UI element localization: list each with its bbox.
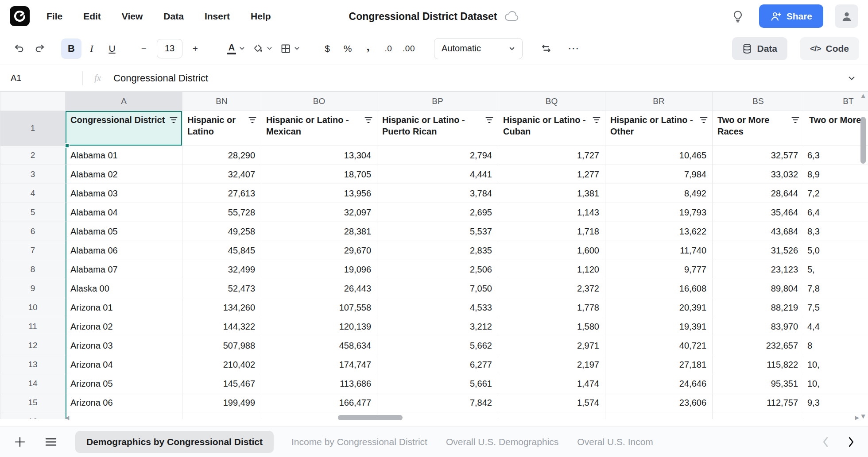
cell[interactable]: 2,971 [498, 336, 605, 355]
cell[interactable]: 20,391 [605, 298, 713, 317]
cell[interactable]: Alabama 01 [66, 146, 182, 165]
cell[interactable]: 1,277 [498, 165, 605, 184]
menu-insert[interactable]: Insert [205, 11, 230, 22]
cell[interactable]: 52,473 [182, 279, 261, 298]
all-sheets-menu-button[interactable] [41, 432, 61, 452]
cell[interactable]: 3,784 [377, 184, 498, 203]
cell[interactable]: Alabama 03 [66, 184, 182, 203]
filter-icon[interactable] [364, 116, 373, 123]
cell[interactable]: 35,464 [713, 203, 804, 222]
cell[interactable]: 27,613 [182, 184, 261, 203]
underline-button[interactable]: U [102, 38, 122, 59]
cell[interactable]: Arizona 01 [66, 298, 182, 317]
formula-input[interactable]: Congressional District [113, 73, 208, 84]
cell[interactable]: 23,123 [713, 260, 804, 279]
cell[interactable]: Two or More [804, 111, 868, 146]
cell[interactable]: 5, [804, 260, 868, 279]
cell[interactable]: Hispanic or Latino - Cuban [498, 111, 605, 146]
cell[interactable]: Arizona 03 [66, 336, 182, 355]
cell[interactable]: 2,506 [377, 260, 498, 279]
cell[interactable]: 28,290 [182, 146, 261, 165]
cell[interactable]: 6,4 [804, 203, 868, 222]
cell[interactable]: 1,474 [498, 374, 605, 393]
cell[interactable]: 32,407 [182, 165, 261, 184]
cell[interactable]: 10, [804, 374, 868, 393]
menu-file[interactable]: File [46, 11, 62, 22]
scroll-up-arrow[interactable]: ▲ [861, 93, 865, 98]
cell[interactable]: Alabama 07 [66, 260, 182, 279]
tabs-scroll-left-button[interactable] [822, 436, 829, 448]
name-box[interactable]: A1 [0, 73, 82, 83]
bold-button[interactable]: B [61, 38, 81, 59]
cell[interactable]: 6,277 [377, 355, 498, 374]
cell[interactable]: Arizona 05 [66, 374, 182, 393]
scroll-down-arrow[interactable]: ▼ [861, 414, 865, 419]
filter-icon[interactable] [592, 116, 601, 123]
cell[interactable]: 18,705 [261, 165, 377, 184]
cell[interactable]: 8,492 [605, 184, 713, 203]
menu-data[interactable]: Data [163, 11, 184, 22]
cell[interactable]: 1,574 [498, 393, 605, 412]
cell[interactable]: 5,661 [377, 374, 498, 393]
menu-help[interactable]: Help [251, 11, 271, 22]
expand-formula-bar-button[interactable] [848, 76, 856, 81]
cell[interactable]: 2,794 [377, 146, 498, 165]
horizontal-scroll-thumb[interactable] [338, 415, 403, 420]
cell[interactable]: 8 [804, 336, 868, 355]
cell[interactable]: 89,804 [713, 279, 804, 298]
undo-button[interactable] [9, 38, 29, 59]
cell[interactable]: 11,740 [605, 241, 713, 260]
cell[interactable]: 13,956 [261, 184, 377, 203]
cell[interactable]: 199,499 [182, 393, 261, 412]
cell[interactable]: 28,381 [261, 222, 377, 241]
decrease-font-size-button[interactable]: − [134, 38, 154, 59]
cell[interactable]: 5,0 [804, 241, 868, 260]
redo-button[interactable] [29, 38, 50, 59]
more-options-button[interactable]: ⋯ [563, 38, 584, 59]
italic-button[interactable]: I [81, 38, 102, 59]
vertical-scroll-track[interactable] [860, 101, 866, 411]
filter-icon[interactable] [248, 116, 257, 123]
cell[interactable]: Hispanic or Latino - Mexican [261, 111, 377, 146]
cell[interactable]: 32,577 [713, 146, 804, 165]
scroll-left-arrow[interactable]: ◀ [65, 415, 69, 420]
cell[interactable]: 7,984 [605, 165, 713, 184]
cell[interactable]: 7,8 [804, 279, 868, 298]
cell[interactable]: 19,793 [605, 203, 713, 222]
cell[interactable]: 10, [804, 355, 868, 374]
font-size-input[interactable]: 13 [157, 39, 182, 58]
cell[interactable]: Alabama 05 [66, 222, 182, 241]
cell[interactable]: 144,322 [182, 317, 261, 336]
row-header-15[interactable]: 15 [0, 393, 66, 412]
cell[interactable]: Arizona 06 [66, 393, 182, 412]
tabs-scroll-right-button[interactable] [848, 436, 855, 448]
cell[interactable]: 507,988 [182, 336, 261, 355]
filter-icon[interactable] [485, 116, 494, 123]
cell[interactable]: 1,120 [498, 260, 605, 279]
cell[interactable]: Alabama 02 [66, 165, 182, 184]
cell[interactable]: 24,646 [605, 374, 713, 393]
increase-font-size-button[interactable]: + [185, 38, 205, 59]
cell[interactable]: 2,835 [377, 241, 498, 260]
thousands-separator-button[interactable]: , [358, 38, 378, 59]
cell[interactable]: 1,718 [498, 222, 605, 241]
cell[interactable]: 13,622 [605, 222, 713, 241]
row-header-2[interactable]: 2 [0, 146, 66, 165]
tips-button[interactable] [728, 7, 748, 26]
menu-view[interactable]: View [122, 11, 143, 22]
cell[interactable]: 7,842 [377, 393, 498, 412]
cell[interactable]: 174,747 [261, 355, 377, 374]
row-header-4[interactable]: 4 [0, 184, 66, 203]
filter-icon[interactable] [791, 116, 800, 123]
share-button[interactable]: Share [759, 4, 823, 28]
cell[interactable]: 5,537 [377, 222, 498, 241]
cell[interactable]: 1,727 [498, 146, 605, 165]
cell[interactable]: 16,608 [605, 279, 713, 298]
row-header-16[interactable]: 16 [0, 412, 66, 419]
cell[interactable]: 26,443 [261, 279, 377, 298]
cell[interactable]: 107,558 [261, 298, 377, 317]
cell[interactable]: 1,580 [498, 317, 605, 336]
cell[interactable]: 3,212 [377, 317, 498, 336]
cell[interactable]: 134,260 [182, 298, 261, 317]
cell[interactable]: 145,467 [182, 374, 261, 393]
